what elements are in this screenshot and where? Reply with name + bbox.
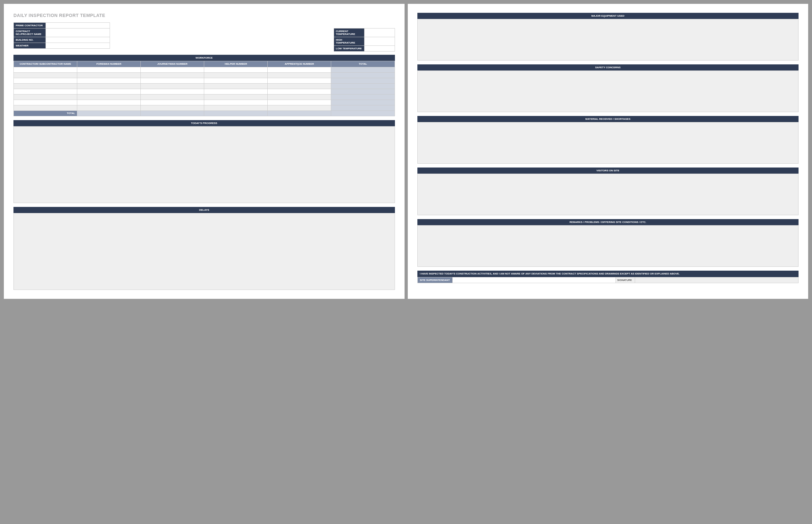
- table-row: [14, 83, 395, 89]
- workforce-header: WORKFORCE: [14, 55, 395, 61]
- meta-left-table: PRIME CONTRACTOR CONTRACT NO./PROJECT NA…: [14, 22, 110, 49]
- high-temp-field[interactable]: [364, 37, 395, 46]
- table-row: [14, 67, 395, 72]
- workforce-total-row: TOTAL: [14, 111, 395, 116]
- building-no-label: BUILDING NO.: [14, 37, 46, 43]
- col-total: TOTAL: [331, 61, 395, 67]
- table-row: [14, 105, 395, 111]
- progress-header: TODAY'S PROGRESS: [14, 120, 395, 126]
- col-contractor: CONTRACTOR/ SUBCONTRACTOR NAME: [14, 61, 77, 67]
- table-row: [14, 100, 395, 105]
- table-row: [14, 89, 395, 94]
- attestation-text: I HAVE INSPECTED TODAY'S CONSTRUCTION AC…: [417, 271, 799, 277]
- safety-header: SAFETY CONCERNS: [417, 64, 799, 70]
- prime-contractor-field[interactable]: [46, 23, 110, 29]
- col-helper: HELPER NUMBER: [204, 61, 268, 67]
- workforce-table: CONTRACTOR/ SUBCONTRACTOR NAME FOREMAN N…: [14, 61, 395, 116]
- equipment-field[interactable]: [417, 19, 799, 61]
- col-apprentice: APPRENTI)CE NUMBER: [268, 61, 331, 67]
- site-superintendant-label: SITE SUPERINTENDANT: [417, 277, 452, 283]
- page-title: DAILY INSPECTION REPORT TEMPLATE: [14, 13, 395, 18]
- signature-label: SIGNATURE: [616, 277, 635, 283]
- weather-field[interactable]: [46, 43, 110, 49]
- material-header: MATERIAL RECEIVED / SHORTAGES: [417, 116, 799, 122]
- visitors-field[interactable]: [417, 174, 799, 215]
- signature-field[interactable]: [635, 277, 798, 283]
- col-foreman: FOREMAN NUMBER: [77, 61, 141, 67]
- site-superintendant-field[interactable]: [452, 277, 616, 283]
- contract-no-field[interactable]: [46, 29, 110, 37]
- low-temp-field[interactable]: [364, 46, 395, 52]
- safety-field[interactable]: [417, 70, 799, 112]
- table-row: [14, 94, 395, 100]
- current-temp-field[interactable]: [364, 29, 395, 37]
- material-field[interactable]: [417, 122, 799, 164]
- col-journeyman: JOURNEYMAN NUMBER: [141, 61, 204, 67]
- table-row: [14, 72, 395, 78]
- delays-field[interactable]: [14, 213, 395, 290]
- high-temp-label: HIGH TEMPERATURE: [334, 37, 364, 46]
- current-temp-label: CURRENT TEMPERATURE: [334, 29, 364, 37]
- page-1: DAILY INSPECTION REPORT TEMPLATE PRIME C…: [4, 4, 404, 299]
- building-no-field[interactable]: [46, 37, 110, 43]
- workforce-total-label: TOTAL: [14, 111, 77, 116]
- delays-header: DELAYS: [14, 207, 395, 213]
- contract-no-label: CONTRACT NO./PROJECT NAME: [14, 29, 46, 37]
- remarks-header: REMARKS / PROBLEMS / DIFFERING SITE COND…: [417, 219, 799, 225]
- progress-field[interactable]: [14, 126, 395, 203]
- remarks-field[interactable]: [417, 225, 799, 267]
- table-row: [14, 78, 395, 83]
- equipment-header: MAJOR EQUIPMENT USED: [417, 13, 799, 19]
- signature-row: SITE SUPERINTENDANT SIGNATURE: [417, 277, 799, 283]
- meta-right-table: CURRENT TEMPERATURE HIGH TEMPERATURE LOW…: [334, 28, 395, 52]
- visitors-header: VISITORS ON SITE: [417, 167, 799, 174]
- prime-contractor-label: PRIME CONTRACTOR: [14, 23, 46, 29]
- page-2: MAJOR EQUIPMENT USED SAFETY CONCERNS MAT…: [408, 4, 809, 299]
- document-spread: DAILY INSPECTION REPORT TEMPLATE PRIME C…: [4, 4, 808, 299]
- low-temp-label: LOW TEMPERATURE: [334, 46, 364, 52]
- weather-label: WEATHER: [14, 43, 46, 49]
